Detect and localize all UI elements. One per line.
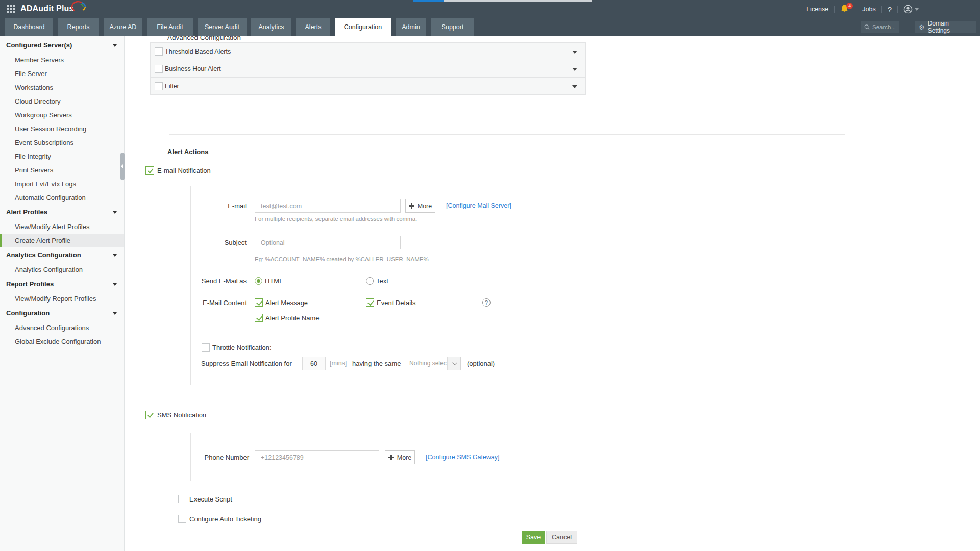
domain-settings-button[interactable]: ⚙ Domain Settings bbox=[915, 21, 976, 33]
tab-azure-ad[interactable]: Azure AD bbox=[104, 18, 142, 36]
chevron-down-icon bbox=[572, 51, 577, 54]
configure-mail-server-link[interactable]: [Configure Mail Server] bbox=[446, 199, 511, 213]
sidebar-item-member-servers[interactable]: Member Servers bbox=[0, 53, 124, 67]
event-details-checkbox[interactable] bbox=[366, 298, 374, 307]
email-notification-toggle[interactable]: E-mail Notification bbox=[145, 166, 211, 175]
tab-file-audit[interactable]: File Audit bbox=[147, 18, 193, 36]
sidebar-item-analytics-configuration[interactable]: Analytics Configuration bbox=[0, 263, 124, 277]
text-radio[interactable] bbox=[366, 277, 374, 285]
configure-sms-gateway-link[interactable]: [Configure SMS Gateway] bbox=[426, 450, 500, 464]
phone-number-input[interactable] bbox=[255, 450, 379, 464]
alert-message-label: Alert Message bbox=[265, 299, 308, 307]
auto-ticketing-checkbox[interactable] bbox=[178, 515, 186, 523]
sidebar-item-event-subscriptions[interactable]: Event Subscriptions bbox=[0, 136, 124, 149]
chevron-down-icon bbox=[915, 8, 919, 11]
send-email-as-label: Send E-Mail as bbox=[191, 274, 247, 288]
business-hour-alert-checkbox[interactable] bbox=[155, 65, 163, 73]
sidebar-item-workstations[interactable]: Workstations bbox=[0, 81, 124, 94]
html-radio-label: HTML bbox=[265, 277, 283, 285]
sidebar-item-import-evt-evtx-logs[interactable]: Import Evt/Evtx Logs bbox=[0, 177, 124, 191]
email-more-button[interactable]: More bbox=[405, 199, 435, 213]
execute-script-checkbox[interactable] bbox=[178, 495, 186, 503]
jobs-link[interactable]: Jobs bbox=[862, 6, 875, 13]
sidebar-item-automatic-configuration[interactable]: Automatic Configuration bbox=[0, 191, 124, 205]
email-notification-checkbox[interactable] bbox=[145, 166, 154, 175]
chevron-down-icon bbox=[572, 68, 577, 71]
sidebar-section-report-profiles[interactable]: Report Profiles bbox=[0, 277, 124, 292]
email-notification-panel: E-mail More [Configure Mail Server] For … bbox=[190, 186, 517, 385]
search-input[interactable]: Search... bbox=[861, 21, 899, 33]
sidebar-item-file-server[interactable]: File Server bbox=[0, 67, 124, 81]
sidebar-item-global-exclude-configuration[interactable]: Global Exclude Configuration bbox=[0, 335, 124, 348]
threshold-based-alerts-checkbox[interactable] bbox=[155, 47, 163, 56]
tab-configuration[interactable]: Configuration bbox=[335, 18, 391, 36]
sidebar-section-alert-profiles[interactable]: Alert Profiles bbox=[0, 205, 124, 220]
sms-notification-toggle[interactable]: SMS Notification bbox=[145, 411, 206, 419]
sms-more-button[interactable]: More bbox=[385, 450, 415, 464]
sidebar-section-configuration[interactable]: Configuration bbox=[0, 306, 124, 321]
save-button[interactable]: Save bbox=[522, 531, 545, 544]
sms-notification-checkbox[interactable] bbox=[145, 411, 154, 419]
accordion-row-threshold-based-alerts[interactable]: Threshold Based Alerts bbox=[150, 42, 586, 60]
execute-script-toggle[interactable]: Execute Script bbox=[178, 495, 232, 503]
alert-profile-name-checkbox[interactable] bbox=[255, 314, 263, 322]
event-details-option[interactable]: Event Details bbox=[366, 298, 416, 307]
subject-help: Eg: %ACCOUNT_NAME% created by %CALLER_US… bbox=[255, 256, 429, 262]
main-nav: DashboardReportsAzure ADFile AuditServer… bbox=[0, 18, 980, 36]
content: Advanced Configuration Threshold Based A… bbox=[125, 36, 980, 551]
email-field-label: E-mail bbox=[191, 199, 247, 213]
sidebar-item-file-integrity[interactable]: File Integrity bbox=[0, 149, 124, 163]
tab-admin[interactable]: Admin bbox=[396, 18, 426, 36]
sidebar-section-configured-server-s[interactable]: Configured Server(s) bbox=[0, 38, 124, 53]
logo-swoosh-icon bbox=[63, 1, 87, 13]
suppress-criteria-select[interactable]: Nothing selected bbox=[404, 357, 461, 370]
sidebar-item-create-alert-profile[interactable]: Create Alert Profile bbox=[0, 234, 124, 247]
throttle-notification-toggle[interactable]: Throttle Notification: bbox=[202, 343, 272, 352]
sidebar-item-print-servers[interactable]: Print Servers bbox=[0, 163, 124, 177]
help-circle-icon[interactable]: ? bbox=[482, 298, 491, 307]
tab-alerts[interactable]: Alerts bbox=[296, 18, 330, 36]
user-menu[interactable] bbox=[903, 5, 919, 14]
sidebar-item-view-modify-report-profiles[interactable]: View/Modify Report Profiles bbox=[0, 292, 124, 306]
alert-profile-name-option[interactable]: Alert Profile Name bbox=[255, 314, 319, 322]
sidebar-scrollbar[interactable] bbox=[120, 153, 125, 180]
help-button[interactable]: ? bbox=[888, 5, 892, 14]
tab-support[interactable]: Support bbox=[431, 18, 474, 36]
app-logo: ADAudit Plus bbox=[20, 4, 74, 13]
license-link[interactable]: License bbox=[806, 6, 828, 13]
subject-input[interactable] bbox=[255, 236, 401, 249]
accordion-row-filter[interactable]: Filter bbox=[150, 77, 586, 95]
throttle-checkbox[interactable] bbox=[202, 343, 210, 352]
suppress-minutes-input[interactable] bbox=[302, 357, 326, 370]
tab-dashboard[interactable]: Dashboard bbox=[5, 18, 53, 36]
tab-analytics[interactable]: Analytics bbox=[251, 18, 291, 36]
sidebar-item-cloud-directory[interactable]: Cloud Directory bbox=[0, 94, 124, 108]
sidebar-item-advanced-configurations[interactable]: Advanced Configurations bbox=[0, 321, 124, 335]
sidebar-section-analytics-configuration[interactable]: Analytics Configuration bbox=[0, 247, 124, 263]
auto-ticketing-toggle[interactable]: Configure Auto Ticketing bbox=[178, 515, 261, 523]
sidebar-item-view-modify-alert-profiles[interactable]: View/Modify Alert Profiles bbox=[0, 220, 124, 234]
sms-more-label: More bbox=[397, 454, 411, 461]
alert-message-option[interactable]: Alert Message bbox=[255, 298, 308, 307]
email-notification-label: E-mail Notification bbox=[157, 167, 211, 174]
send-as-html-option[interactable]: HTML bbox=[255, 277, 283, 285]
accordion-row-business-hour-alert[interactable]: Business Hour Alert bbox=[150, 60, 586, 78]
tab-server-audit[interactable]: Server Audit bbox=[198, 18, 247, 36]
chevron-down-icon bbox=[113, 312, 117, 315]
html-radio[interactable] bbox=[255, 277, 262, 285]
cancel-button[interactable]: Cancel bbox=[546, 531, 577, 544]
sidebar-item-workgroup-servers[interactable]: Workgroup Servers bbox=[0, 108, 124, 122]
notifications-button[interactable]: 4 bbox=[840, 4, 850, 14]
sidebar-item-user-session-recording[interactable]: User Session Recording bbox=[0, 122, 124, 136]
tab-reports[interactable]: Reports bbox=[58, 18, 99, 36]
sms-notification-label: SMS Notification bbox=[157, 411, 206, 419]
suppress-suffix-text: (optional) bbox=[467, 357, 495, 370]
email-input[interactable] bbox=[255, 199, 401, 213]
app-grid-icon[interactable] bbox=[7, 5, 9, 7]
user-avatar-icon bbox=[903, 5, 913, 14]
header-separator bbox=[856, 6, 856, 13]
app-header: ADAudit Plus License 4 Jobs ? bbox=[0, 0, 980, 18]
send-as-text-option[interactable]: Text bbox=[366, 277, 388, 285]
filter-checkbox[interactable] bbox=[155, 82, 163, 90]
alert-message-checkbox[interactable] bbox=[255, 298, 263, 307]
